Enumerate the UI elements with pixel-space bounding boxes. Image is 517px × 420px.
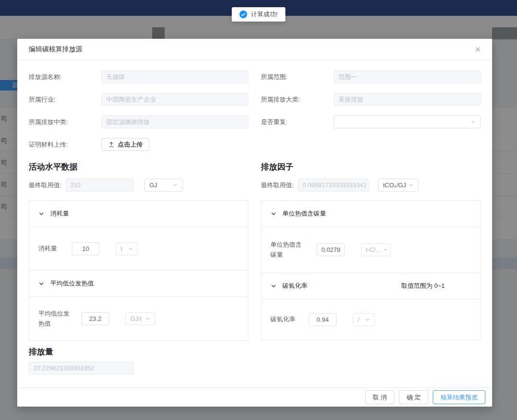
major-category-label: 所属排放大类:	[261, 95, 334, 104]
close-icon[interactable]: ×	[475, 45, 481, 54]
collapse-header-label: 碳氧化率	[282, 282, 307, 290]
collapse-header-carbon-content[interactable]: 单位热值含碳量	[261, 201, 480, 227]
chevron-down-icon	[365, 317, 370, 322]
dialog-footer: 取 消 确 定 核算结果预览	[17, 387, 492, 407]
factor-final-row: 最终取用值: 0.09581733333333341 tCO₂/GJ	[261, 179, 481, 192]
activity-data-section: 活动水平数据 最终取用值: 232 GJ 消耗量	[29, 161, 248, 341]
factor-section-title: 排放因子	[261, 161, 481, 172]
form-row-scope: 所属范围: 范围一	[261, 70, 481, 83]
emission-factor-section: 排放因子 最终取用值: 0.09581733333333341 tCO₂/GJ …	[261, 161, 481, 341]
form-row-industry: 所属行业: 中国陶瓷生产企业	[29, 93, 248, 106]
oxidation-rate-row: 碳氧化率 0.94 /	[261, 299, 480, 340]
oxidation-rate-unit-value: /	[358, 316, 360, 323]
factor-panels: 单位热值含碳量 单位热值含碳量 0.0278 t-C/...	[261, 200, 481, 341]
upload-button-label: 点击上传	[118, 140, 143, 149]
carbon-content-unit-select[interactable]: t-C/...	[361, 243, 391, 256]
emission-amount-input: 22.229621333333352	[29, 362, 134, 375]
factor-final-input: 0.09581733333333341	[298, 179, 369, 192]
cancel-button[interactable]: 取 消	[365, 390, 395, 404]
activity-section-title: 活动水平数据	[29, 161, 248, 172]
carbon-content-input[interactable]: 0.0278	[317, 243, 345, 256]
scope-input: 范围一	[334, 70, 481, 83]
activity-unit-select[interactable]: GJ	[145, 179, 183, 192]
toast-message: 计算成功!	[251, 10, 278, 19]
factor-final-label: 最终取用值:	[261, 181, 298, 190]
collapse-header-label: 单位热值含碳量	[282, 209, 326, 218]
consumption-label: 消耗量	[38, 244, 63, 253]
factor-unit-value: tCO₂/GJ	[383, 182, 406, 189]
industry-input: 中国陶瓷生产企业	[101, 93, 248, 106]
chevron-down-icon	[471, 119, 476, 125]
upload-button[interactable]: 点击上传	[101, 138, 149, 151]
dialog-header: 编辑碳核算排放源 ×	[17, 39, 492, 60]
activity-final-row: 最终取用值: 232 GJ	[29, 179, 248, 192]
heating-value-unit-value: GJ/t	[130, 315, 142, 322]
chevron-down-icon	[128, 246, 133, 251]
activity-final-input: 232	[66, 179, 134, 192]
oxidation-rate-label: 碳氧化率	[270, 315, 298, 324]
collapse-header-heating-value[interactable]: 平均低位发热值	[29, 271, 248, 297]
consumption-input[interactable]: 10	[72, 242, 100, 255]
carbon-content-row: 单位热值含碳量 0.0278 t-C/...	[261, 227, 480, 273]
upload-label: 证明材料上传:	[29, 140, 101, 149]
heating-value-input[interactable]: 23.2	[81, 312, 109, 325]
mid-category-input: 固定源燃烧排放	[101, 115, 248, 128]
collapse-header-oxidation-rate[interactable]: 碳氧化率 取值范围为 0~1	[261, 273, 480, 299]
activity-panels: 消耗量 消耗量 10 t 平均低位发热值	[29, 200, 248, 341]
activity-final-label: 最终取用值:	[29, 181, 66, 190]
form-row-upload: 证明材料上传: 点击上传	[29, 138, 248, 151]
emission-amount-title: 排放量	[29, 346, 481, 357]
preview-result-button[interactable]: 核算结果预览	[433, 390, 485, 404]
toast-success: 计算成功!	[232, 7, 285, 22]
oxidation-rate-unit-select[interactable]: /	[353, 313, 375, 326]
dialog-title: 编辑碳核算排放源	[29, 45, 82, 54]
activity-unit-value: GJ	[149, 182, 157, 189]
chevron-down-icon	[383, 247, 388, 252]
success-check-icon	[239, 11, 247, 18]
major-category-input: 直接排放	[334, 93, 481, 106]
chevron-down-icon	[408, 182, 414, 188]
consumption-row: 消耗量 10 t	[29, 227, 248, 271]
collapse-header-consumption[interactable]: 消耗量	[29, 201, 248, 227]
heating-value-row: 平均低位发热值 23.2 GJ/t	[29, 297, 248, 341]
industry-label: 所属行业:	[29, 95, 101, 104]
duplicate-label: 是否重复:	[261, 118, 334, 126]
collapse-header-label: 平均低位发热值	[50, 279, 94, 288]
dialog-body: 排放源名称: 无烟煤 所属范围: 范围一 所属行业: 中国陶瓷生产企业 所属排放…	[17, 60, 492, 375]
chevron-down-icon	[38, 211, 45, 217]
value-range-note: 取值范围为 0~1	[401, 282, 445, 290]
source-name-label: 排放源名称:	[29, 73, 101, 81]
chevron-down-icon	[38, 281, 45, 287]
form-row-duplicate: 是否重复:	[261, 115, 481, 128]
factor-unit-select[interactable]: tCO₂/GJ	[378, 179, 418, 192]
chevron-down-icon	[270, 283, 277, 289]
heating-value-label: 平均低位发热值	[38, 309, 73, 328]
chevron-down-icon	[173, 182, 178, 188]
screen: 新增 司 司 司 司 司 计算成功! 编辑碳核算排放源 × 排放源名称:	[0, 0, 517, 420]
source-name-input: 无烟煤	[101, 70, 248, 83]
scope-label: 所属范围:	[261, 73, 334, 81]
carbon-content-unit-value: t-C/...	[366, 246, 381, 253]
consumption-unit-value: t	[121, 245, 123, 252]
upload-icon	[108, 141, 114, 148]
carbon-content-label: 单位热值含碳量	[270, 240, 306, 259]
edit-emission-source-dialog: 编辑碳核算排放源 × 排放源名称: 无烟煤 所属范围: 范围一 所属行业: 中国…	[17, 39, 492, 407]
form-row-mid-category: 所属排放中类: 固定源燃烧排放	[29, 115, 248, 128]
chevron-down-icon	[270, 211, 277, 217]
duplicate-select[interactable]	[334, 115, 481, 128]
form-row-major-category: 所属排放大类: 直接排放	[261, 93, 481, 106]
consumption-unit-select[interactable]: t	[116, 242, 138, 255]
mid-category-label: 所属排放中类:	[29, 118, 101, 126]
form-row-source-name: 排放源名称: 无烟煤	[29, 70, 248, 83]
collapse-header-label: 消耗量	[50, 209, 69, 218]
chevron-down-icon	[145, 316, 150, 321]
oxidation-rate-input[interactable]: 0.94	[309, 313, 337, 326]
confirm-button[interactable]: 确 定	[399, 390, 428, 404]
heating-value-unit-select[interactable]: GJ/t	[125, 312, 155, 325]
